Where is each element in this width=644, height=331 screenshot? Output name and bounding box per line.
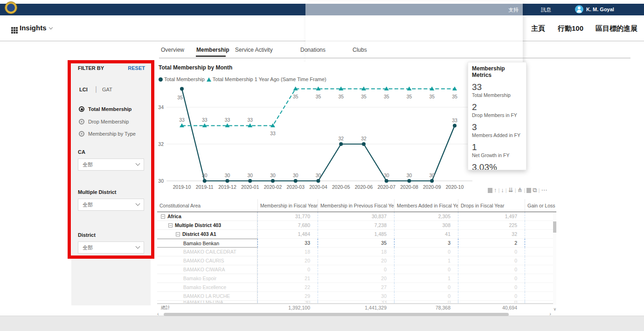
column-header[interactable]: Membership in Previous Fiscal Year (318, 199, 394, 212)
tab-donations[interactable]: Donations (300, 47, 325, 53)
table-header-row: Constitutional AreaMembership in Fiscal … (157, 199, 556, 212)
metric-net-growth: 1 Net Growth in FY (472, 142, 522, 159)
svg-text:35: 35 (407, 94, 412, 99)
reset-button[interactable]: RESET (128, 65, 145, 71)
value-cell: 0 (458, 256, 525, 265)
source-tab-lci[interactable]: LCI (79, 87, 88, 92)
svg-text:30: 30 (202, 172, 208, 178)
nav-link-district-goals[interactable]: 區目標的進展 (596, 24, 637, 33)
svg-text:2019-11: 2019-11 (196, 184, 214, 190)
svg-text:2020-08: 2020-08 (400, 184, 418, 190)
collapse-icon[interactable] (161, 214, 165, 219)
scroll-right-icon[interactable]: › (549, 311, 551, 317)
table-row[interactable]: BAMAKO CIWARA0000 (157, 265, 556, 274)
table-horizontal-scrollbar[interactable]: ‹ › (157, 312, 551, 317)
radio-unselected-icon (79, 119, 84, 124)
collapse-icon[interactable] (168, 223, 173, 228)
lions-logo-icon[interactable] (5, 1, 17, 14)
district-dropdown[interactable]: 全部 (78, 241, 144, 254)
row-header-cell: Multiple District 403 (157, 221, 257, 230)
vertical-scroll-thumb[interactable] (553, 221, 556, 233)
svg-text:33: 33 (225, 117, 230, 123)
legend-label: Total Membership (164, 76, 205, 82)
column-header[interactable]: Constitutional Area (157, 199, 257, 212)
row-header-cell: BAMAKO CIWARA (157, 265, 257, 274)
district-label: District (78, 232, 151, 238)
expand-all-levels-icon[interactable]: ⇊ (508, 187, 513, 193)
avatar[interactable] (575, 5, 583, 14)
separator: | (515, 187, 516, 193)
svg-text:2019-12: 2019-12 (218, 184, 236, 190)
nav-link-action100[interactable]: 行動100 (558, 24, 583, 33)
row-label: District 403 A1 (182, 231, 216, 237)
svg-text:30: 30 (384, 172, 389, 178)
svg-text:30: 30 (407, 172, 412, 178)
legend-item[interactable]: Total Membership (159, 76, 205, 82)
value-cell: 30,837 (318, 212, 394, 221)
value-cell: 0 (394, 283, 458, 292)
table-row[interactable]: BAMAKO CAURIS202010 (157, 256, 556, 265)
multiple-district-dropdown[interactable]: 全部 (78, 199, 144, 211)
scroll-left-icon[interactable]: ‹ (157, 311, 159, 317)
waffle-grid-icon (11, 27, 13, 29)
tab-service-activity[interactable]: Service Activity (235, 47, 273, 53)
focus-mode-icon[interactable]: ⧉ (533, 187, 537, 193)
drill-down-icon[interactable]: ↓ (501, 187, 504, 193)
chevron-down-icon (136, 161, 140, 166)
metric-total-membership: 33 Total Membership (472, 82, 522, 98)
nav-link-home[interactable]: 主頁 (531, 24, 545, 33)
app-menu[interactable]: Insights (11, 24, 52, 32)
radio-total-membership[interactable]: Total Membership (79, 106, 132, 112)
column-header[interactable]: Gain or Loss ii∧ (525, 199, 556, 212)
value-cell: 0 (257, 265, 318, 274)
column-header[interactable]: Members Added in Fiscal Year (394, 199, 458, 212)
tab-overview[interactable]: Overview (161, 47, 184, 53)
drill-up-icon[interactable]: ↑ (494, 187, 497, 193)
table-row[interactable]: BAMAKO CAILCEDRAT181800 (157, 248, 556, 256)
value-cell: 2,305 (394, 212, 458, 221)
legend-item[interactable]: Total Membership 1 Year Ago (Same Time F… (207, 76, 326, 82)
value-cell (525, 248, 556, 256)
tab-membership[interactable]: Membership (196, 47, 229, 53)
table-vertical-scrollbar[interactable] (553, 212, 556, 305)
svg-text:33: 33 (202, 117, 208, 123)
user-name[interactable]: K. M. Goyal (586, 7, 614, 12)
value-cell: 1 (394, 256, 458, 265)
svg-text:30: 30 (247, 172, 253, 178)
messages-link[interactable]: 訊息 (541, 7, 551, 14)
collapse-icon[interactable] (176, 232, 180, 236)
value-cell: 20 (318, 274, 394, 283)
radio-membership-by-type[interactable]: Membership by Type (79, 131, 136, 137)
table-row[interactable]: Multiple District 4037,6807,238308225 (157, 221, 556, 230)
value-cell: 0 (458, 265, 525, 274)
value-cell: 0 (394, 265, 458, 274)
value-cell (525, 292, 556, 301)
table-row[interactable]: Bamako Espoir212010 (157, 274, 556, 283)
value-cell (525, 256, 556, 265)
row-header-cell: BAMAKO CAURIS (157, 256, 257, 265)
source-tab-gat[interactable]: GAT (102, 87, 112, 92)
more-options-icon[interactable]: ⋯ (541, 187, 547, 193)
svg-text:32: 32 (338, 136, 344, 141)
value-cell (525, 239, 556, 248)
ca-dropdown[interactable]: 全部 (78, 159, 144, 171)
table-row[interactable]: Bamako Benkan333532 (157, 239, 556, 248)
chevron-down-icon (48, 25, 52, 29)
expand-next-level-icon[interactable]: ⋔ (517, 187, 522, 193)
radio-selected-icon (79, 106, 84, 112)
horizontal-scroll-thumb[interactable] (164, 313, 509, 316)
total-value-cell: 1,441,329 (318, 304, 394, 311)
table-row[interactable]: BAMAKO LA RUCHE293000 (157, 292, 556, 301)
value-cell: 1,484 (257, 230, 318, 239)
column-header[interactable]: Drops in Fiscal Year (458, 199, 525, 212)
multiple-district-label: Multiple District (78, 189, 151, 195)
table-row[interactable]: Bamako Excellence222700 (157, 283, 556, 292)
filter-group-multiple-district: Multiple District 全部 (71, 189, 151, 211)
scroll-down-icon[interactable]: ∨ (553, 307, 556, 311)
svg-text:2020-10: 2020-10 (446, 184, 464, 190)
radio-drop-membership[interactable]: Drop Membership (79, 119, 129, 124)
tab-clubs[interactable]: Clubs (353, 47, 367, 53)
column-header[interactable]: Membership in Fiscal Year (257, 199, 318, 212)
table-row[interactable]: District 403 A11,4841,4854132 (157, 230, 556, 239)
table-row[interactable]: Africa31,77030,8372,3051,497 (157, 212, 556, 221)
